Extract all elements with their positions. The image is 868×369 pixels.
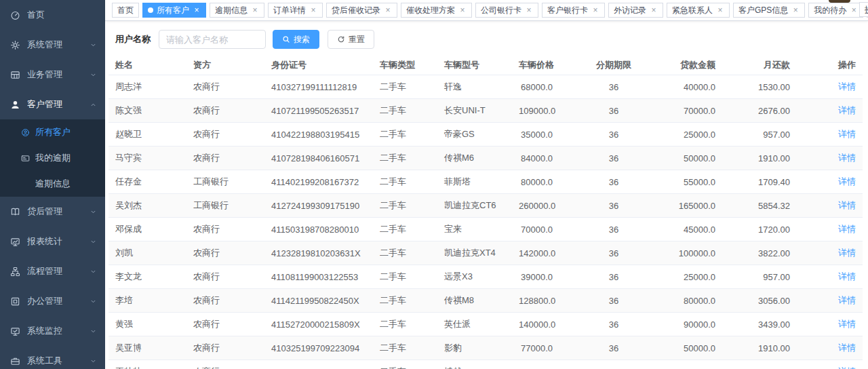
detail-link[interactable]: 详情	[838, 153, 856, 163]
dashboard-icon	[10, 10, 20, 20]
close-icon[interactable]: ×	[650, 6, 658, 14]
sidebar-item-label: 贷后管理	[27, 206, 90, 218]
sidebar-item-system-monitoring[interactable]: 系统监控	[0, 316, 105, 346]
cell-action: 详情	[797, 360, 863, 369]
cell-loan-amount: 90000.0	[668, 313, 722, 336]
close-icon[interactable]: ×	[716, 6, 724, 14]
close-icon[interactable]: ×	[591, 6, 599, 14]
close-icon[interactable]: ×	[193, 6, 201, 14]
detail-link[interactable]: 详情	[838, 224, 856, 234]
cell-vehicle-type: 二手车	[373, 194, 437, 218]
detail-link[interactable]: 详情	[838, 200, 856, 210]
chevron-down-icon	[90, 268, 97, 275]
tab-label: 贷后催收记录	[332, 5, 380, 16]
tab-home[interactable]: 首页	[112, 3, 139, 18]
cell-installment-term: 36	[559, 313, 668, 336]
tab-label: 逾期信息	[215, 5, 248, 16]
close-icon[interactable]: ×	[384, 6, 392, 14]
cell-funder: 农商行	[186, 289, 264, 313]
table-row-partial: 王帅帅农商行410423199201015678二手车博越95000.03660…	[108, 360, 863, 369]
cell-installment-term: 36	[559, 123, 668, 147]
detail-link[interactable]: 详情	[838, 319, 856, 329]
sidebar: 首页系统管理业务管理客户管理所有客户我的逾期逾期信息贷后管理报表统计流程管理办公…	[0, 0, 105, 369]
sidebar-item-all-customers[interactable]: 所有客户	[0, 119, 105, 145]
office-icon	[10, 296, 20, 307]
sidebar-item-system-tools[interactable]: 系统工具	[0, 346, 105, 369]
close-icon[interactable]: ×	[251, 6, 259, 14]
cell-action: 详情	[797, 241, 863, 265]
column-header-action: 操作	[797, 56, 863, 75]
sidebar-item-post-loan-management[interactable]: 贷后管理	[0, 197, 105, 227]
tab-field-visit-records[interactable]: 外访记录×	[608, 3, 663, 18]
detail-link[interactable]: 详情	[838, 248, 856, 258]
cell-id-number: 410721199505263517	[264, 99, 373, 123]
reset-button[interactable]: 重置	[328, 30, 374, 49]
sidebar-item-home[interactable]: 首页	[0, 0, 105, 30]
tab-overdue-info[interactable]: 逾期信息×	[210, 3, 264, 18]
tab-emergency-contacts[interactable]: 紧急联系人×	[667, 3, 730, 18]
detail-link[interactable]: 详情	[838, 366, 856, 369]
close-icon[interactable]: ×	[309, 6, 317, 14]
customer-name-input[interactable]	[159, 30, 266, 49]
sidebar-item-business-management[interactable]: 业务管理	[0, 60, 105, 90]
close-icon[interactable]: ×	[525, 6, 533, 14]
sidebar-item-my-overdue[interactable]: 我的逾期	[0, 145, 105, 171]
chevron-down-icon	[90, 238, 97, 246]
customer-table-wrap: 姓名资方身份证号车辆类型车辆型号车辆价格分期期限贷款金额月还款操作周志洋农商行4…	[108, 56, 868, 369]
cell-vehicle-model: 远景X3	[437, 265, 512, 289]
detail-link[interactable]: 详情	[838, 343, 856, 353]
sidebar-item-office-management[interactable]: 办公管理	[0, 286, 105, 316]
sidebar-item-system-management[interactable]: 系统管理	[0, 30, 105, 60]
close-icon[interactable]: ×	[791, 6, 800, 14]
sidebar-item-customer-management[interactable]: 客户管理	[0, 90, 105, 119]
sidebar-item-overdue-info[interactable]: 逾期信息	[0, 171, 105, 197]
cell-vehicle-price: 142000.0	[512, 241, 559, 265]
sidebar-item-label: 首页	[27, 9, 97, 21]
cell-vehicle-type: 二手车	[373, 99, 437, 123]
detail-link[interactable]: 详情	[838, 176, 856, 187]
cell-loan-amount: 40000.0	[668, 75, 722, 99]
table-row: 李培农商行41142119950822450X二手车传祺M8128800.036…	[108, 289, 863, 313]
cell-vehicle-price: 128800.0	[512, 289, 559, 313]
cell-vehicle-model: 传祺M8	[437, 289, 512, 313]
detail-link[interactable]: 详情	[838, 271, 856, 281]
tab-company-bank-card[interactable]: 公司银行卡×	[475, 3, 538, 18]
process-icon	[10, 267, 20, 277]
cell-id-number: 410327199111112819	[264, 75, 373, 99]
cell-monthly-payment: 957.00	[722, 123, 797, 147]
sidebar-item-label: 逾期信息	[35, 178, 105, 190]
detail-link[interactable]: 详情	[838, 105, 856, 115]
sidebar-item-process-management[interactable]: 流程管理	[0, 256, 105, 286]
cell-installment-term: 36	[559, 170, 668, 194]
detail-link[interactable]: 详情	[838, 129, 856, 139]
chart-icon	[9, 236, 20, 247]
cell-monthly-payment: 1910.00	[722, 147, 797, 170]
cell-monthly-payment: 3822.00	[722, 241, 797, 265]
sidebar-item-label: 办公管理	[27, 295, 90, 307]
close-icon[interactable]: ×	[850, 6, 858, 14]
tab-post-loan-collection-records[interactable]: 贷后催收记录×	[326, 3, 397, 18]
cell-id-number: 412724199309175190	[264, 194, 373, 218]
table-row: 马守宾农商行410728198406160571二手车传祺M684000.036…	[108, 147, 863, 170]
cell-id-number: 411402199208167372	[264, 170, 373, 194]
column-header-vehicle-model: 车辆型号	[437, 56, 512, 75]
cell-installment-term: 36	[559, 147, 668, 170]
sidebar-item-report-statistics[interactable]: 报表统计	[0, 227, 105, 256]
tab-cc-tasks[interactable]: 抄送任务×	[859, 2, 868, 17]
cell-loan-amount: 55000.0	[668, 170, 722, 194]
detail-link[interactable]: 详情	[838, 295, 856, 305]
tab-customer-gps-info[interactable]: 客户GPS信息×	[733, 3, 805, 18]
detail-link[interactable]: 详情	[838, 81, 856, 92]
tab-customer-bank-card[interactable]: 客户银行卡×	[542, 3, 605, 18]
avatar-partial	[829, 0, 850, 3]
tab-all-customers[interactable]: 所有客户×	[142, 3, 206, 18]
cell-name: 马守宾	[108, 147, 186, 170]
tab-label: 紧急联系人	[672, 5, 713, 16]
search-button[interactable]: 搜索	[273, 30, 319, 49]
tab-order-details[interactable]: 订单详情×	[268, 3, 323, 18]
tab-collection-handling-plan[interactable]: 催收处理方案×	[401, 3, 472, 18]
close-icon[interactable]: ×	[458, 6, 467, 14]
user-circle-icon	[20, 128, 30, 137]
cell-id-number: 41232819810203631X	[264, 241, 373, 265]
tab-my-todo[interactable]: 我的待办×	[808, 3, 863, 18]
